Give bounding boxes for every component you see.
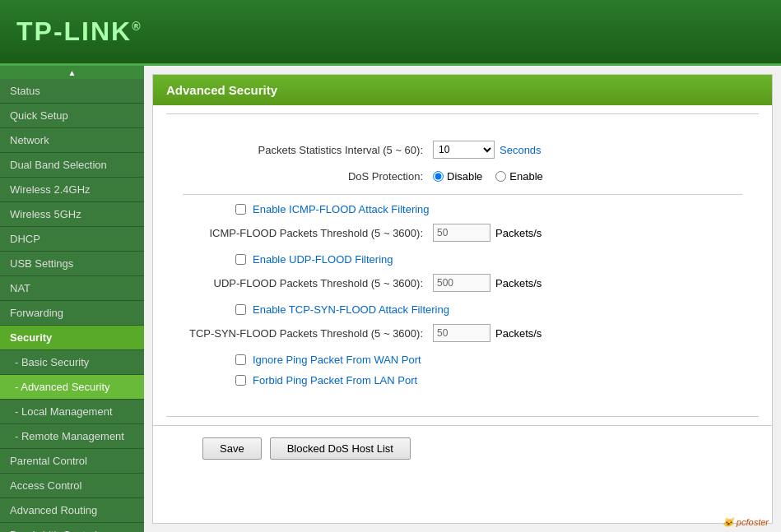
- blocked-dos-button[interactable]: Blocked DoS Host List: [270, 437, 411, 460]
- forbid-ping-lan-row[interactable]: Forbid Ping Packet From LAN Port: [235, 374, 755, 386]
- icmp-threshold-controls: Packets/s: [433, 224, 542, 242]
- sidebar-item-dual-band[interactable]: Dual Band Selection: [0, 153, 144, 178]
- packets-interval-controls: 10 5 15 20 30 60 Seconds: [433, 141, 542, 159]
- ignore-ping-wan-row[interactable]: Ignore Ping Packet From WAN Port: [235, 354, 755, 366]
- watermark-text: pcfoster: [737, 517, 769, 527]
- tcp-threshold-input[interactable]: [433, 324, 490, 342]
- icmp-flood-checkbox[interactable]: [235, 204, 246, 215]
- udp-threshold-label: UDP-FLOOD Packets Threshold (5 ~ 3600):: [170, 277, 433, 289]
- sidebar: ▲ Status Quick Setup Network Dual Band S…: [0, 66, 144, 532]
- sidebar-item-network[interactable]: Network: [0, 128, 144, 153]
- dos-enable-label: Enable: [509, 170, 542, 183]
- sidebar-item-status[interactable]: Status: [0, 79, 144, 104]
- sidebar-item-basic-security[interactable]: - Basic Security: [0, 350, 144, 375]
- dos-disable-label: Disable: [447, 170, 482, 183]
- udp-flood-label: Enable UDP-FLOOD Filtering: [253, 253, 393, 266]
- sidebar-item-wireless-24[interactable]: Wireless 2.4GHz: [0, 178, 144, 202]
- logo-text: TP-LINK: [16, 16, 132, 46]
- udp-threshold-row: UDP-FLOOD Packets Threshold (5 ~ 3600): …: [170, 274, 755, 292]
- icmp-threshold-input[interactable]: [433, 224, 490, 242]
- logo: TP-LINK®: [16, 16, 142, 47]
- icmp-flood-label: Enable ICMP-FLOOD Attack Filtering: [253, 203, 430, 215]
- icmp-unit: Packets/s: [495, 227, 542, 239]
- sidebar-item-advanced-security[interactable]: - Advanced Security: [0, 375, 144, 400]
- sidebar-item-quick-setup[interactable]: Quick Setup: [0, 104, 144, 128]
- udp-checkbox-row[interactable]: Enable UDP-FLOOD Filtering: [235, 253, 755, 266]
- main-container: ▲ Status Quick Setup Network Dual Band S…: [0, 66, 781, 532]
- dos-protection-row: DoS Protection: Disable Enable: [170, 170, 755, 183]
- sidebar-item-security[interactable]: Security: [0, 326, 144, 350]
- sidebar-item-parental-control[interactable]: Parental Control: [0, 449, 144, 474]
- sidebar-scroll-up[interactable]: ▲: [0, 66, 144, 79]
- watermark: 🐱 pcfoster: [723, 517, 769, 528]
- tcp-threshold-label: TCP-SYN-FLOOD Packets Threshold (5 ~ 360…: [170, 327, 433, 340]
- sidebar-item-dhcp[interactable]: DHCP: [0, 227, 144, 252]
- sidebar-item-usb-settings[interactable]: USB Settings: [0, 252, 144, 276]
- ignore-ping-wan-checkbox[interactable]: [235, 354, 246, 365]
- ignore-ping-wan-label: Ignore Ping Packet From WAN Port: [253, 354, 421, 366]
- udp-threshold-controls: Packets/s: [433, 274, 542, 292]
- dos-enable-radio[interactable]: [495, 171, 506, 182]
- tcp-checkbox-row[interactable]: Enable TCP-SYN-FLOOD Attack Filtering: [235, 303, 755, 316]
- sidebar-item-advanced-routing[interactable]: Advanced Routing: [0, 498, 144, 523]
- dos-disable-radio[interactable]: [433, 171, 444, 182]
- udp-flood-checkbox[interactable]: [235, 254, 246, 265]
- sidebar-item-forwarding[interactable]: Forwarding: [0, 301, 144, 326]
- icmp-threshold-row: ICMP-FLOOD Packets Threshold (5 ~ 3600):…: [170, 224, 755, 242]
- page-title: Advanced Security: [153, 75, 772, 105]
- tcp-threshold-controls: Packets/s: [433, 324, 542, 342]
- forbid-ping-lan-checkbox[interactable]: [235, 375, 246, 386]
- dos-enable-option[interactable]: Enable: [495, 170, 542, 183]
- dos-disable-option[interactable]: Disable: [433, 170, 482, 183]
- sidebar-item-access-control[interactable]: Access Control: [0, 474, 144, 498]
- icmp-threshold-label: ICMP-FLOOD Packets Threshold (5 ~ 3600):: [170, 227, 433, 239]
- tcp-threshold-row: TCP-SYN-FLOOD Packets Threshold (5 ~ 360…: [170, 324, 755, 342]
- udp-threshold-input[interactable]: [433, 274, 490, 292]
- icmp-checkbox-row[interactable]: Enable ICMP-FLOOD Attack Filtering: [235, 203, 755, 215]
- sidebar-item-nat[interactable]: NAT: [0, 276, 144, 301]
- forbid-ping-lan-label: Forbid Ping Packet From LAN Port: [253, 374, 417, 386]
- content-area: Advanced Security Packets Statistics Int…: [144, 66, 781, 532]
- packets-interval-row: Packets Statistics Interval (5 ~ 60): 10…: [170, 141, 755, 159]
- dos-radio-group: Disable Enable: [433, 170, 543, 183]
- packets-interval-select[interactable]: 10 5 15 20 30 60: [433, 141, 495, 159]
- sidebar-item-bandwidth-control[interactable]: Bandwidth Control: [0, 523, 144, 532]
- tcp-unit: Packets/s: [495, 327, 542, 340]
- content-inner: Advanced Security Packets Statistics Int…: [152, 74, 773, 524]
- sidebar-item-remote-management[interactable]: - Remote Management: [0, 424, 144, 449]
- packets-interval-label: Packets Statistics Interval (5 ~ 60):: [170, 144, 433, 156]
- udp-unit: Packets/s: [495, 277, 542, 289]
- button-row: Save Blocked DoS Host List: [153, 425, 772, 471]
- sidebar-item-wireless-5[interactable]: Wireless 5GHz: [0, 202, 144, 227]
- sidebar-item-local-management[interactable]: - Local Management: [0, 400, 144, 424]
- tcp-flood-checkbox[interactable]: [235, 304, 246, 315]
- packets-interval-unit: Seconds: [500, 144, 542, 156]
- save-button[interactable]: Save: [202, 437, 262, 460]
- logo-reg: ®: [132, 20, 142, 33]
- tcp-flood-label: Enable TCP-SYN-FLOOD Attack Filtering: [253, 303, 449, 316]
- dos-protection-label: DoS Protection:: [170, 170, 433, 183]
- header: TP-LINK®: [0, 0, 781, 66]
